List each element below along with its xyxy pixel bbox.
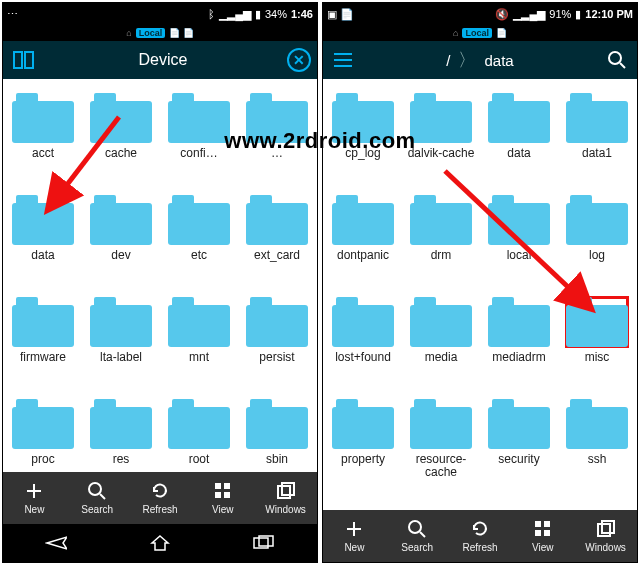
toolbar-label: Search [81, 504, 113, 515]
toolbar-label: New [24, 504, 44, 515]
folder-ext-card[interactable]: ext_card [239, 189, 315, 289]
folder-lost-found[interactable]: lost+found [325, 291, 401, 391]
svg-rect-10 [278, 486, 290, 498]
folder-mediadrm[interactable]: mediadrm [481, 291, 557, 391]
folder-label: proc [31, 453, 54, 466]
folder-label: … [271, 147, 283, 160]
folder-resource-cache[interactable]: resource-cache [403, 393, 479, 493]
menu-icon[interactable] [329, 48, 357, 72]
search-icon[interactable] [603, 46, 631, 74]
folder-icon [246, 297, 308, 347]
folder-ssh[interactable]: ssh [559, 393, 635, 493]
refresh-button[interactable]: Refresh [129, 472, 192, 524]
folder-cache[interactable]: cache [83, 87, 159, 187]
toolbar-label: Windows [585, 542, 626, 553]
view-icon [213, 481, 233, 501]
folder-icon [168, 297, 230, 347]
close-icon[interactable]: ✕ [287, 48, 311, 72]
folder-local[interactable]: local [481, 189, 557, 289]
folder-icon [90, 93, 152, 143]
folder-label: cp_log [345, 147, 380, 160]
folder-drm[interactable]: drm [403, 189, 479, 289]
folder-icon [332, 93, 394, 143]
folder--[interactable]: … [239, 87, 315, 187]
folder-firmware[interactable]: firmware [5, 291, 81, 391]
recent-button[interactable] [253, 535, 275, 551]
folder-property[interactable]: property [325, 393, 401, 493]
extra-icons: 📄 [496, 28, 507, 38]
view-button[interactable]: View [191, 472, 254, 524]
back-button[interactable] [45, 535, 67, 551]
battery-icon: ▮ [575, 9, 581, 20]
clock: 12:10 PM [585, 9, 633, 20]
folder-mnt[interactable]: mnt [161, 291, 237, 391]
folder-dev[interactable]: dev [83, 189, 159, 289]
windows-button[interactable]: Windows [574, 510, 637, 562]
folder-cp-log[interactable]: cp_log [325, 87, 401, 187]
folder-icon [488, 297, 550, 347]
folder-dalvik-cache[interactable]: dalvik-cache [403, 87, 479, 187]
folder-label: root [189, 453, 210, 466]
folder-icon [168, 399, 230, 449]
view-button[interactable]: View [511, 510, 574, 562]
folder-icon [410, 399, 472, 449]
search-button[interactable]: Search [386, 510, 449, 562]
crumb-root[interactable]: / [446, 52, 450, 69]
search-button[interactable]: Search [66, 472, 129, 524]
bottom-toolbar: NewSearchRefreshViewWindows [3, 472, 317, 524]
folder-data[interactable]: data [481, 87, 557, 187]
folder-etc[interactable]: etc [161, 189, 237, 289]
refresh-icon [470, 519, 490, 539]
refresh-icon [150, 481, 170, 501]
windows-button[interactable]: Windows [254, 472, 317, 524]
svg-rect-28 [598, 524, 610, 536]
folder-label: mnt [189, 351, 209, 364]
folder-icon [12, 195, 74, 245]
folder-security[interactable]: security [481, 393, 557, 493]
folder-lta-label[interactable]: lta-label [83, 291, 159, 391]
folder-icon [12, 93, 74, 143]
folder-label: property [341, 453, 385, 466]
folder-label: data [31, 249, 54, 262]
folder-dontpanic[interactable]: dontpanic [325, 189, 401, 289]
clock: 1:46 [291, 9, 313, 20]
folder-sbin[interactable]: sbin [239, 393, 315, 472]
folder-persist[interactable]: persist [239, 291, 315, 391]
folder-icon [566, 297, 628, 347]
refresh-button[interactable]: Refresh [449, 510, 512, 562]
folder-icon [410, 195, 472, 245]
folder-icon [246, 195, 308, 245]
folder-data1[interactable]: data1 [559, 87, 635, 187]
folder-proc[interactable]: proc [5, 393, 81, 472]
folder-label: firmware [20, 351, 66, 364]
folder-icon [488, 93, 550, 143]
folder-label: lost+found [335, 351, 391, 364]
window-layout-icon[interactable] [9, 47, 39, 73]
folder-label: dalvik-cache [408, 147, 475, 160]
folder-misc[interactable]: misc [559, 291, 635, 391]
folder-label: resource-cache [405, 453, 477, 479]
new-button[interactable]: New [323, 510, 386, 562]
folder-label: drm [431, 249, 452, 262]
svg-rect-9 [224, 492, 230, 498]
breadcrumb[interactable]: / 〉 data [357, 48, 603, 72]
notification-icon: ▣ 📄 [327, 9, 354, 20]
home-button[interactable] [150, 534, 170, 552]
folder-icon [168, 93, 230, 143]
notification-icon: ⋯ [7, 9, 18, 20]
folder-acct[interactable]: acct [5, 87, 81, 187]
folder-log[interactable]: log [559, 189, 635, 289]
folder-res[interactable]: res [83, 393, 159, 472]
folder-root[interactable]: root [161, 393, 237, 472]
svg-rect-26 [535, 530, 541, 536]
folder-media[interactable]: media [403, 291, 479, 391]
folder-label: etc [191, 249, 207, 262]
folder-label: persist [259, 351, 294, 364]
svg-point-4 [89, 483, 101, 495]
app-header: / 〉 data [323, 41, 637, 79]
folder-confi-[interactable]: confi… [161, 87, 237, 187]
crumb-current: data [484, 52, 513, 69]
folder-data[interactable]: data [5, 189, 81, 289]
new-button[interactable]: New [3, 472, 66, 524]
folder-grid: acctcacheconfi……datadevetcext_cardfirmwa… [3, 79, 317, 472]
